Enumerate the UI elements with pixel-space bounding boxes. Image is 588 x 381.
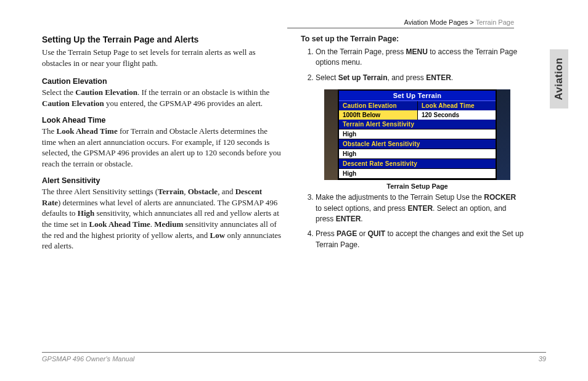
- device-value-terrain-sens: High: [339, 129, 496, 139]
- device-value-descent-sens: High: [339, 169, 496, 178]
- device-screen: Set Up Terrain Caution Elevation Look Ah…: [338, 89, 497, 180]
- page-footer: GPSMAP 496 Owner's Manual 39: [42, 352, 546, 363]
- page-number: 39: [539, 355, 546, 363]
- side-tab-label: Aviation: [553, 58, 565, 100]
- intro-paragraph: Use the Terrain Setup Page to set levels…: [42, 47, 282, 68]
- side-tab-aviation: Aviation: [550, 49, 568, 109]
- step-4: Press PAGE or QUIT to accept the changes…: [316, 229, 524, 250]
- device-frame-left: [324, 89, 338, 180]
- device-label-obstacle-sens: Obstacle Alert Sensitivity: [339, 139, 496, 149]
- step-3: Make the adjustments to the Terrain Setu…: [316, 192, 524, 224]
- look-ahead-paragraph: The Look Ahead Time for Terrain and Obst…: [42, 126, 282, 169]
- footer-title: GPSMAP 496 Owner's Manual: [42, 355, 134, 363]
- device-label-terrain-sens: Terrain Alert Sensitivity: [339, 120, 496, 129]
- device-value-caution: 1000ft Below: [339, 110, 417, 120]
- procedure-lead: To set up the Terrain Page:: [301, 35, 524, 43]
- look-ahead-heading: Look Ahead Time: [42, 116, 282, 125]
- device-value-obstacle-sens: High: [339, 149, 496, 158]
- procedure-steps: On the Terrain Page, press MENU to acces…: [301, 47, 524, 83]
- breadcrumb-current: Terrain Page: [476, 18, 514, 26]
- section-heading: Setting Up the Terrain Page and Alerts: [42, 35, 282, 44]
- step-1: On the Terrain Page, press MENU to acces…: [316, 47, 524, 68]
- figure-caption: Terrain Setup Page: [386, 182, 447, 190]
- breadcrumb: Aviation Mode Pages > Terrain Page: [287, 18, 514, 28]
- device-title: Set Up Terrain: [339, 91, 496, 101]
- alert-sensitivity-heading: Alert Sensitivity: [42, 176, 282, 185]
- breadcrumb-parent: Aviation Mode Pages >: [404, 18, 476, 26]
- device-value-lookahead: 120 Seconds: [417, 110, 496, 120]
- caution-elevation-heading: Caution Elevation: [42, 77, 282, 86]
- right-column: To set up the Terrain Page: On the Terra…: [301, 35, 524, 259]
- procedure-steps-cont: Make the adjustments to the Terrain Setu…: [301, 192, 524, 250]
- step-2: Select Set up Terrain, and press ENTER.: [316, 73, 524, 83]
- device-label-caution: Caution Elevation: [339, 101, 417, 110]
- device-label-descent-sens: Descent Rate Sensitivity: [339, 159, 496, 168]
- alert-sensitivity-paragraph: The three Alert Sensitivity settings (Te…: [42, 186, 282, 251]
- left-column: Setting Up the Terrain Page and Alerts U…: [42, 35, 282, 259]
- device-label-lookahead: Look Ahead Time: [417, 101, 496, 110]
- caution-elevation-paragraph: Select the Caution Elevation. If the ter…: [42, 87, 282, 109]
- device-frame-right: [497, 89, 510, 180]
- terrain-setup-figure: Set Up Terrain Caution Elevation Look Ah…: [311, 89, 524, 190]
